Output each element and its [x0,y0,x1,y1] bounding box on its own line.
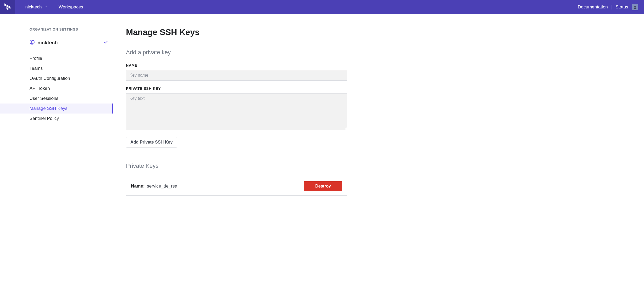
key-name-value: service_tfe_rsa [147,184,177,189]
page-title: Manage SSH Keys [126,27,347,42]
name-field-label: NAME [126,63,347,67]
private-keys-section-title: Private Keys [126,163,347,169]
org-selector[interactable]: nicktech [30,35,113,50]
status-link[interactable]: Status [616,4,628,10]
check-icon [104,40,108,46]
private-key-textarea[interactable] [126,93,347,130]
sidebar: ORGANIZATION SETTINGS nicktech [0,14,113,305]
org-name: nicktech [37,40,58,46]
key-name-label: Name: [131,184,145,189]
user-icon [633,5,637,9]
org-dropdown-label: nicktech [25,4,42,10]
svg-point-0 [634,6,636,7]
sidebar-item-api-token[interactable]: API Token [30,83,113,94]
private-key-field-label: PRIVATE SSH KEY [126,86,347,91]
terraform-logo[interactable] [0,0,15,14]
divider [30,127,113,127]
topbar: nicktech Workspaces Documentation Status [0,0,644,14]
org-dropdown[interactable]: nicktech [22,4,47,10]
add-key-section-title: Add a private key [126,49,347,56]
sidebar-item-sentinel-policy[interactable]: Sentinel Policy [30,114,113,124]
destroy-key-button[interactable]: Destroy [304,181,342,191]
main-content: Manage SSH Keys Add a private key NAME P… [113,14,644,305]
add-private-ssh-key-button[interactable]: Add Private SSH Key [126,137,177,147]
sidebar-item-teams[interactable]: Teams [30,63,113,73]
documentation-link[interactable]: Documentation [578,4,608,10]
sidebar-item-manage-ssh-keys[interactable]: Manage SSH Keys [0,104,113,114]
globe-icon [30,40,35,46]
sidebar-item-oauth[interactable]: OAuth Configuration [30,73,113,83]
user-avatar[interactable] [632,4,638,10]
workspaces-link[interactable]: Workspaces [58,4,83,10]
terraform-logo-icon [4,3,11,11]
topbar-right: Documentation Status [578,4,644,10]
chevron-down-icon [44,5,47,9]
sidebar-item-profile[interactable]: Profile [30,53,113,63]
nav-list: Profile Teams OAuth Configuration API To… [30,53,113,124]
sidebar-heading: ORGANIZATION SETTINGS [30,27,113,35]
keys-list: Name: service_tfe_rsa Destroy [126,177,347,196]
key-name-input[interactable] [126,70,347,81]
divider [612,5,612,9]
divider [126,155,347,155]
sidebar-item-user-sessions[interactable]: User Sessions [30,94,113,104]
key-row: Name: service_tfe_rsa Destroy [126,177,347,196]
